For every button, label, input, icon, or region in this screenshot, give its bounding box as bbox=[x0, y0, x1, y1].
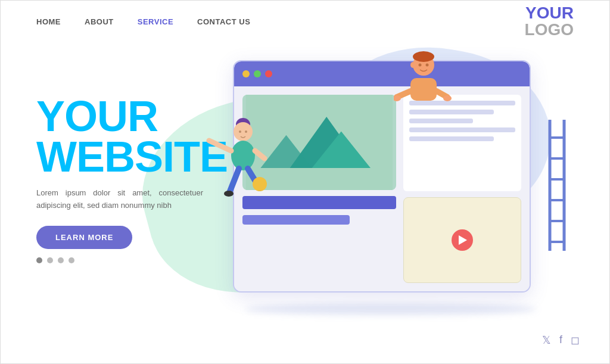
svg-point-25 bbox=[413, 51, 434, 62]
svg-line-17 bbox=[255, 151, 264, 158]
browser-shadow bbox=[245, 303, 537, 315]
browser-content bbox=[234, 86, 530, 291]
hero-description: Lorem ipsum dolor sit amet, consectetuer… bbox=[36, 187, 203, 212]
svg-point-30 bbox=[443, 95, 452, 101]
browser-dot-red bbox=[265, 70, 272, 77]
female-character bbox=[206, 114, 272, 209]
nav-item-home[interactable]: HOME bbox=[36, 16, 61, 27]
instagram-icon[interactable]: ◻ bbox=[571, 334, 580, 347]
nav-link-service[interactable]: SERVICE bbox=[138, 17, 173, 26]
dot-4[interactable] bbox=[69, 257, 74, 263]
svg-point-22 bbox=[239, 130, 241, 133]
svg-point-21 bbox=[253, 177, 267, 191]
dot-1[interactable] bbox=[36, 257, 42, 263]
twitter-icon[interactable]: 𝕏 bbox=[542, 334, 551, 347]
svg-point-33 bbox=[410, 62, 415, 68]
svg-point-31 bbox=[419, 64, 422, 67]
text-line-5 bbox=[409, 136, 494, 141]
male-character bbox=[394, 48, 453, 120]
logo-line2: LOGO bbox=[525, 20, 574, 39]
navigation: HOME ABOUT SERVICE CONTACT US YOUR LOGO bbox=[1, 1, 609, 42]
browser-right-panel bbox=[403, 95, 521, 283]
facebook-icon[interactable]: f bbox=[559, 334, 562, 347]
learn-more-button[interactable]: LEARN MORE bbox=[36, 226, 132, 249]
social-icons: 𝕏 f ◻ bbox=[542, 334, 580, 347]
nav-item-service[interactable]: SERVICE bbox=[138, 16, 173, 27]
hero-title-line1: YOUR bbox=[36, 96, 228, 136]
dot-3[interactable] bbox=[58, 257, 64, 263]
logo-line1: YOUR bbox=[525, 5, 574, 21]
nav-item-about[interactable]: ABOUT bbox=[85, 16, 114, 27]
video-placeholder bbox=[403, 197, 521, 283]
play-icon bbox=[459, 235, 467, 245]
svg-point-32 bbox=[426, 64, 429, 67]
pagination-dots bbox=[36, 257, 228, 263]
play-button[interactable] bbox=[452, 229, 473, 251]
svg-point-14 bbox=[234, 122, 253, 141]
svg-line-16 bbox=[209, 141, 231, 151]
logo: YOUR LOGO bbox=[525, 5, 574, 38]
nav-link-home[interactable]: HOME bbox=[36, 17, 61, 26]
hero-title: YOUR WEBSITE bbox=[36, 96, 228, 178]
hero-section: YOUR WEBSITE Lorem ipsum dolor sit amet,… bbox=[36, 96, 228, 263]
svg-rect-26 bbox=[410, 78, 437, 101]
browser-dot-green bbox=[254, 70, 261, 77]
nav-link-about[interactable]: ABOUT bbox=[85, 17, 114, 26]
svg-line-18 bbox=[230, 169, 239, 191]
svg-point-23 bbox=[245, 130, 247, 133]
browser-mockup bbox=[233, 60, 549, 310]
browser-titlebar bbox=[234, 61, 530, 86]
nav-item-contact[interactable]: CONTACT US bbox=[197, 16, 250, 27]
text-line-4 bbox=[409, 127, 515, 132]
browser-dot-yellow bbox=[242, 70, 250, 77]
svg-point-20 bbox=[224, 191, 234, 197]
nav-links: HOME ABOUT SERVICE CONTACT US bbox=[36, 16, 250, 27]
dot-2[interactable] bbox=[47, 257, 53, 263]
nav-link-contact[interactable]: CONTACT US bbox=[197, 17, 250, 26]
ladder bbox=[545, 120, 569, 251]
browser-window bbox=[233, 60, 531, 293]
svg-point-15 bbox=[231, 141, 255, 170]
content-bar-2 bbox=[242, 215, 350, 225]
hero-title-line2: WEBSITE bbox=[36, 136, 228, 177]
